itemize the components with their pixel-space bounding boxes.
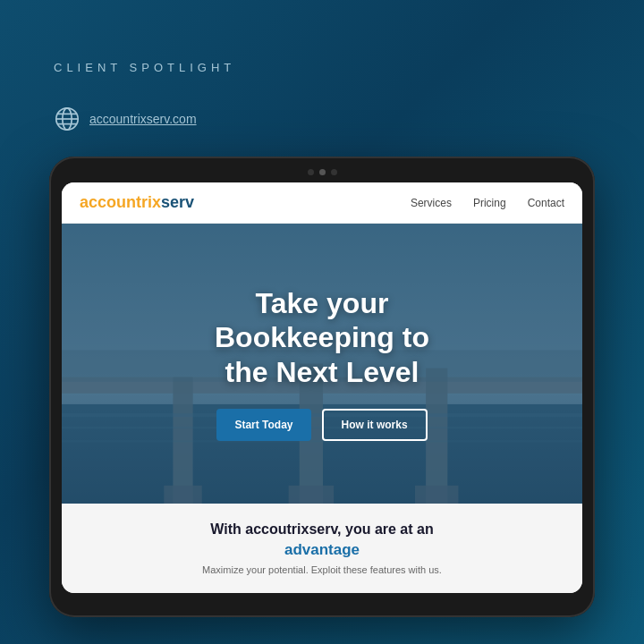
- hero-title-line1: Take your: [256, 287, 389, 319]
- nav-link-pricing[interactable]: Pricing: [473, 197, 506, 209]
- client-spotlight-label: CLIENT SPOTLIGHT: [54, 61, 235, 74]
- website-link[interactable]: accountrixserv.com: [89, 112, 197, 126]
- camera-dot-center: [319, 169, 326, 175]
- site-hero: Take your Bookkeeping to the Next Level …: [62, 224, 582, 504]
- camera-dot-right: [331, 169, 337, 175]
- tablet-frame: accountrixserv Services Pricing Contact: [49, 157, 595, 617]
- logo-accountrix: accountrix: [80, 193, 161, 211]
- site-nav-links: Services Pricing Contact: [411, 197, 564, 209]
- how-it-works-button[interactable]: How it works: [322, 409, 428, 441]
- site-bottom-section: With accoutrixserv, you are at an advant…: [62, 504, 582, 593]
- camera-dot-left: [308, 169, 314, 175]
- start-today-button[interactable]: Start Today: [216, 409, 310, 441]
- globe-icon: [54, 106, 80, 132]
- tablet-camera-row: [62, 169, 582, 175]
- tablet-screen: accountrixserv Services Pricing Contact: [62, 182, 582, 593]
- hero-content: Take your Bookkeeping to the Next Level …: [215, 286, 429, 441]
- bottom-title: With accoutrixserv, you are at an: [89, 521, 555, 538]
- nav-link-services[interactable]: Services: [411, 197, 452, 209]
- logo-serv: serv: [161, 193, 194, 211]
- hero-title-line3: the Next Level: [225, 356, 419, 388]
- site-navbar: accountrixserv Services Pricing Contact: [62, 182, 582, 224]
- hero-buttons: Start Today How it works: [215, 409, 429, 441]
- nav-link-contact[interactable]: Contact: [528, 197, 564, 209]
- site-logo: accountrixserv: [80, 193, 194, 212]
- hero-title-line2: Bookkeeping to: [215, 321, 429, 353]
- bottom-subtitle: Maximize your potential. Exploit these f…: [89, 564, 555, 575]
- website-row: accountrixserv.com: [54, 106, 197, 132]
- bottom-advantage: advantage: [89, 541, 555, 559]
- hero-title: Take your Bookkeeping to the Next Level: [215, 286, 429, 389]
